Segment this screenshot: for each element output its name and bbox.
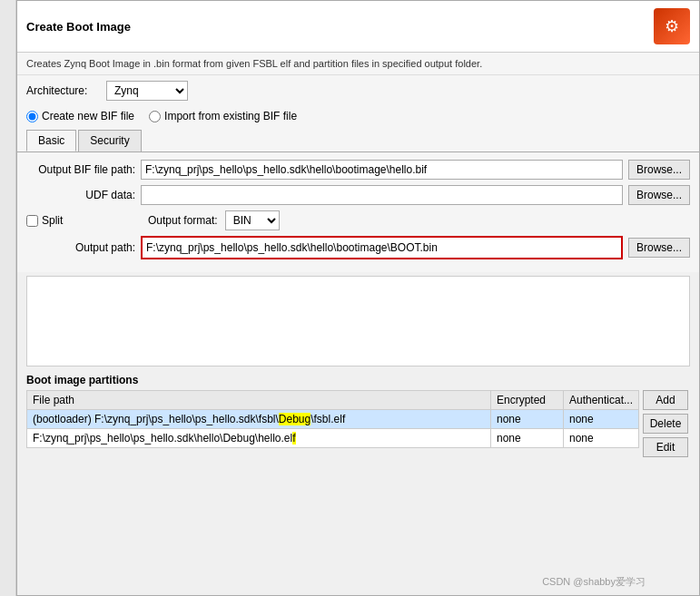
dialog-panel: Create Boot Image Creates Zynq Boot Imag… bbox=[16, 0, 700, 596]
import-bif-radio[interactable] bbox=[149, 111, 161, 122]
row2-filepath: F:\zynq_prj\ps_hello\ps_hello.sdk\hello\… bbox=[27, 429, 491, 448]
debug-highlight-1: Debug bbox=[279, 413, 311, 425]
debug-highlight-2: f bbox=[292, 432, 295, 445]
content-area: Create Boot Image Creates Zynq Boot Imag… bbox=[16, 0, 700, 596]
title-icon bbox=[654, 8, 690, 44]
architecture-row: Architecture: Zynq ZynqMP bbox=[17, 75, 699, 106]
row1-filepath: (bootloader) F:\zynq_prj\ps_hello\ps_hel… bbox=[27, 410, 491, 429]
output-path-input-wrapper bbox=[141, 236, 623, 259]
udf-data-browse-button[interactable]: Browse... bbox=[628, 185, 690, 205]
create-bif-radio[interactable] bbox=[26, 111, 38, 122]
import-bif-option[interactable]: Import from existing BIF file bbox=[149, 110, 297, 122]
split-label: Split bbox=[42, 214, 63, 227]
partition-buttons: Add Delete Edit bbox=[643, 390, 690, 457]
split-right: Output format: BIN MCS bbox=[148, 210, 690, 230]
output-bif-row: Output BIF file path: Browse... bbox=[26, 160, 690, 180]
output-format-select[interactable]: BIN MCS bbox=[225, 210, 280, 230]
output-format-label: Output format: bbox=[148, 214, 218, 227]
add-button[interactable]: Add bbox=[643, 390, 688, 410]
col-filepath: File path bbox=[27, 391, 491, 410]
table-header-row: File path Encrypted Authenticat... bbox=[27, 391, 639, 410]
table-row[interactable]: (bootloader) F:\zynq_prj\ps_hello\ps_hel… bbox=[27, 410, 639, 429]
title-bar-left: Create Boot Image bbox=[26, 20, 131, 34]
row1-encrypted: none bbox=[490, 410, 563, 429]
udf-data-label: UDF data: bbox=[26, 189, 135, 201]
tab-basic[interactable]: Basic bbox=[26, 130, 76, 151]
architecture-label: Architecture: bbox=[26, 84, 99, 97]
output-path-row: Output path: Browse... bbox=[26, 236, 690, 259]
partitions-table-wrapper: File path Encrypted Authenticat... (boot… bbox=[26, 390, 639, 457]
form-section: Output BIF file path: Browse... UDF data… bbox=[17, 152, 699, 272]
delete-button[interactable]: Delete bbox=[643, 414, 688, 434]
dialog-title: Create Boot Image bbox=[26, 20, 131, 34]
output-bif-label: Output BIF file path: bbox=[26, 163, 135, 176]
empty-area bbox=[26, 276, 690, 366]
split-left: Split bbox=[26, 214, 141, 227]
import-bif-label: Import from existing BIF file bbox=[164, 110, 297, 122]
output-bif-input[interactable] bbox=[141, 160, 623, 180]
row2-authenticated: none bbox=[563, 429, 638, 448]
partitions-table: File path Encrypted Authenticat... (boot… bbox=[26, 390, 639, 448]
output-path-input[interactable] bbox=[144, 239, 619, 256]
description-text: Creates Zynq Boot Image in .bin format f… bbox=[26, 58, 482, 69]
udf-data-row: UDF data: Browse... bbox=[26, 185, 690, 205]
udf-data-input[interactable] bbox=[141, 185, 623, 205]
main-container: Create Boot Image Creates Zynq Boot Imag… bbox=[0, 0, 700, 596]
bif-options-row: Create new BIF file Import from existing… bbox=[17, 106, 699, 126]
partitions-section: Boot image partitions File path Encrypte… bbox=[26, 370, 690, 457]
left-sidebar bbox=[0, 0, 16, 596]
description-row: Creates Zynq Boot Image in .bin format f… bbox=[17, 53, 699, 75]
edit-button[interactable]: Edit bbox=[643, 437, 688, 457]
create-bif-label: Create new BIF file bbox=[42, 110, 134, 122]
create-bif-option[interactable]: Create new BIF file bbox=[26, 110, 134, 122]
row2-encrypted: none bbox=[490, 429, 563, 448]
split-checkbox[interactable] bbox=[26, 215, 38, 227]
output-path-browse-button[interactable]: Browse... bbox=[628, 238, 690, 258]
table-row[interactable]: F:\zynq_prj\ps_hello\ps_hello.sdk\hello\… bbox=[27, 429, 639, 448]
tabs-row: Basic Security bbox=[17, 126, 699, 152]
col-authenticated: Authenticat... bbox=[563, 391, 638, 410]
row1-authenticated: none bbox=[563, 410, 638, 429]
title-bar: Create Boot Image bbox=[17, 1, 699, 53]
partitions-title: Boot image partitions bbox=[26, 370, 690, 390]
col-encrypted: Encrypted bbox=[490, 391, 563, 410]
output-bif-browse-button[interactable]: Browse... bbox=[628, 160, 690, 180]
watermark: CSDN @shabby爱学习 bbox=[542, 575, 646, 589]
split-format-row: Split Output format: BIN MCS bbox=[26, 210, 690, 230]
architecture-select[interactable]: Zynq ZynqMP bbox=[106, 81, 188, 101]
output-path-label: Output path: bbox=[26, 241, 135, 254]
partitions-area: File path Encrypted Authenticat... (boot… bbox=[26, 390, 690, 457]
tab-security[interactable]: Security bbox=[78, 130, 141, 151]
